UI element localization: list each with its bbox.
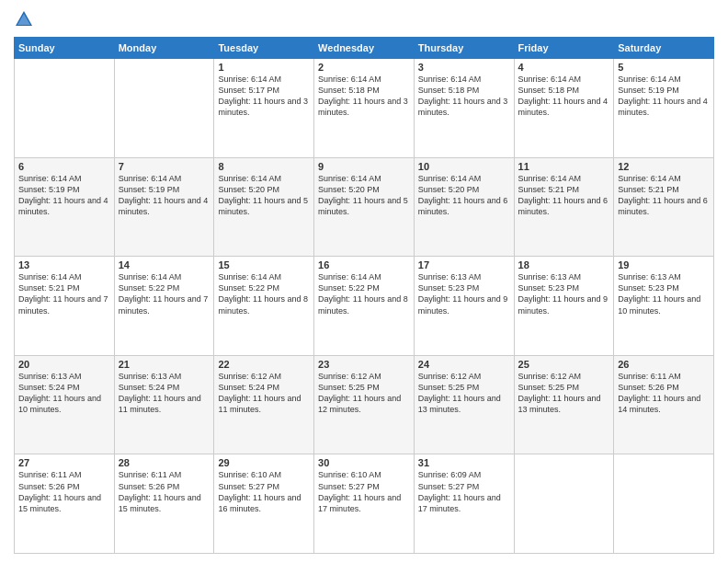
day-number: 4	[518, 62, 610, 73]
cell-info: Sunrise: 6:13 AM	[418, 271, 510, 282]
cell-info: Sunrise: 6:14 AM	[318, 271, 410, 282]
cell-info: Sunset: 5:26 PM	[119, 481, 210, 492]
cell-info: Sunset: 5:23 PM	[618, 282, 710, 293]
day-number: 16	[318, 259, 410, 270]
page: Sunday Monday Tuesday Wednesday Thursday…	[0, 0, 728, 563]
cell-info: Daylight: 11 hours and 15 minutes.	[18, 492, 110, 514]
calendar-cell: 15Sunrise: 6:14 AMSunset: 5:22 PMDayligh…	[214, 257, 314, 356]
day-number: 6	[18, 161, 110, 172]
cell-info: Daylight: 11 hours and 8 minutes.	[318, 293, 410, 316]
cell-info: Sunrise: 6:14 AM	[119, 173, 210, 184]
cell-info: Daylight: 11 hours and 4 minutes.	[18, 195, 110, 217]
cell-info: Sunrise: 6:12 AM	[518, 371, 610, 382]
calendar-cell: 17Sunrise: 6:13 AMSunset: 5:23 PMDayligh…	[414, 257, 514, 356]
cell-info: Sunset: 5:21 PM	[618, 184, 710, 195]
calendar-cell: 23Sunrise: 6:12 AMSunset: 5:25 PMDayligh…	[314, 355, 415, 454]
cell-info: Sunrise: 6:12 AM	[418, 371, 510, 382]
day-number: 19	[618, 259, 710, 270]
cell-info: Sunset: 5:19 PM	[119, 184, 210, 195]
calendar-cell: 27Sunrise: 6:11 AMSunset: 5:26 PMDayligh…	[15, 454, 115, 554]
cell-info: Daylight: 11 hours and 13 minutes.	[518, 393, 610, 415]
cell-info: Sunset: 5:18 PM	[418, 85, 510, 96]
cell-info: Daylight: 11 hours and 6 minutes.	[618, 195, 710, 217]
cell-info: Sunrise: 6:11 AM	[618, 371, 710, 382]
calendar-cell: 24Sunrise: 6:12 AMSunset: 5:25 PMDayligh…	[414, 355, 514, 454]
cell-info: Sunrise: 6:14 AM	[418, 173, 510, 184]
cell-info: Sunset: 5:22 PM	[218, 282, 310, 293]
day-number: 2	[318, 62, 410, 73]
cell-info: Sunset: 5:25 PM	[418, 382, 510, 393]
cell-info: Daylight: 11 hours and 17 minutes.	[318, 492, 410, 514]
day-number: 20	[18, 359, 110, 370]
cell-info: Sunrise: 6:14 AM	[218, 74, 310, 85]
cell-info: Daylight: 11 hours and 15 minutes.	[119, 492, 210, 514]
calendar-cell: 29Sunrise: 6:10 AMSunset: 5:27 PMDayligh…	[214, 454, 314, 554]
cell-info: Sunrise: 6:14 AM	[18, 173, 110, 184]
cell-info: Daylight: 11 hours and 10 minutes.	[18, 393, 110, 415]
cell-info: Sunrise: 6:13 AM	[618, 271, 710, 282]
calendar-cell	[15, 59, 115, 158]
cell-info: Daylight: 11 hours and 5 minutes.	[218, 195, 310, 217]
day-number: 30	[318, 457, 410, 468]
header	[14, 9, 714, 29]
calendar-header-row: Sunday Monday Tuesday Wednesday Thursday…	[15, 38, 714, 59]
cell-info: Sunset: 5:23 PM	[518, 282, 610, 293]
calendar-cell: 14Sunrise: 6:14 AMSunset: 5:22 PMDayligh…	[114, 257, 214, 356]
calendar-cell: 28Sunrise: 6:11 AMSunset: 5:26 PMDayligh…	[114, 454, 214, 554]
cell-info: Sunrise: 6:14 AM	[318, 74, 410, 85]
cell-info: Sunset: 5:21 PM	[518, 184, 610, 195]
day-number: 17	[418, 259, 510, 270]
day-number: 5	[618, 62, 710, 73]
cell-info: Daylight: 11 hours and 7 minutes.	[18, 293, 110, 316]
cell-info: Sunrise: 6:11 AM	[119, 469, 210, 480]
day-number: 31	[418, 457, 510, 468]
day-number: 14	[119, 259, 210, 270]
cell-info: Daylight: 11 hours and 9 minutes.	[518, 293, 610, 316]
calendar-week-row: 27Sunrise: 6:11 AMSunset: 5:26 PMDayligh…	[15, 454, 714, 554]
cell-info: Daylight: 11 hours and 4 minutes.	[119, 195, 210, 217]
cell-info: Daylight: 11 hours and 9 minutes.	[418, 293, 510, 316]
cell-info: Daylight: 11 hours and 8 minutes.	[218, 293, 310, 316]
cell-info: Sunset: 5:25 PM	[518, 382, 610, 393]
cell-info: Daylight: 11 hours and 4 minutes.	[618, 96, 710, 118]
cell-info: Sunset: 5:25 PM	[318, 382, 410, 393]
day-number: 24	[418, 359, 510, 370]
calendar-week-row: 6Sunrise: 6:14 AMSunset: 5:19 PMDaylight…	[15, 157, 714, 257]
col-friday: Friday	[514, 38, 614, 59]
cell-info: Sunset: 5:20 PM	[218, 184, 310, 195]
calendar-week-row: 20Sunrise: 6:13 AMSunset: 5:24 PMDayligh…	[15, 355, 714, 454]
cell-info: Sunset: 5:20 PM	[418, 184, 510, 195]
calendar-cell: 21Sunrise: 6:13 AMSunset: 5:24 PMDayligh…	[114, 355, 214, 454]
cell-info: Daylight: 11 hours and 16 minutes.	[218, 492, 310, 514]
cell-info: Sunset: 5:24 PM	[119, 382, 210, 393]
cell-info: Sunset: 5:27 PM	[218, 481, 310, 492]
cell-info: Sunrise: 6:14 AM	[518, 74, 610, 85]
calendar-cell: 5Sunrise: 6:14 AMSunset: 5:19 PMDaylight…	[614, 59, 714, 158]
calendar-cell: 19Sunrise: 6:13 AMSunset: 5:23 PMDayligh…	[614, 257, 714, 356]
cell-info: Daylight: 11 hours and 13 minutes.	[418, 393, 510, 415]
day-number: 10	[418, 161, 510, 172]
cell-info: Sunset: 5:23 PM	[418, 282, 510, 293]
day-number: 29	[218, 457, 310, 468]
day-number: 21	[119, 359, 210, 370]
col-thursday: Thursday	[414, 38, 514, 59]
cell-info: Sunrise: 6:13 AM	[18, 371, 110, 382]
cell-info: Sunset: 5:18 PM	[518, 85, 610, 96]
day-number: 27	[18, 457, 110, 468]
calendar-cell: 7Sunrise: 6:14 AMSunset: 5:19 PMDaylight…	[114, 157, 214, 257]
cell-info: Sunrise: 6:12 AM	[318, 371, 410, 382]
logo-icon	[14, 9, 34, 29]
cell-info: Sunset: 5:19 PM	[618, 85, 710, 96]
cell-info: Daylight: 11 hours and 7 minutes.	[119, 293, 210, 316]
calendar-week-row: 13Sunrise: 6:14 AMSunset: 5:21 PMDayligh…	[15, 257, 714, 356]
calendar-cell: 1Sunrise: 6:14 AMSunset: 5:17 PMDaylight…	[214, 59, 314, 158]
cell-info: Sunset: 5:21 PM	[18, 282, 110, 293]
cell-info: Sunrise: 6:10 AM	[218, 469, 310, 480]
day-number: 9	[318, 161, 410, 172]
calendar-cell: 8Sunrise: 6:14 AMSunset: 5:20 PMDaylight…	[214, 157, 314, 257]
calendar-cell: 31Sunrise: 6:09 AMSunset: 5:27 PMDayligh…	[414, 454, 514, 554]
col-monday: Monday	[114, 38, 214, 59]
cell-info: Sunrise: 6:11 AM	[18, 469, 110, 480]
logo	[14, 9, 38, 29]
calendar: Sunday Monday Tuesday Wednesday Thursday…	[14, 37, 714, 554]
